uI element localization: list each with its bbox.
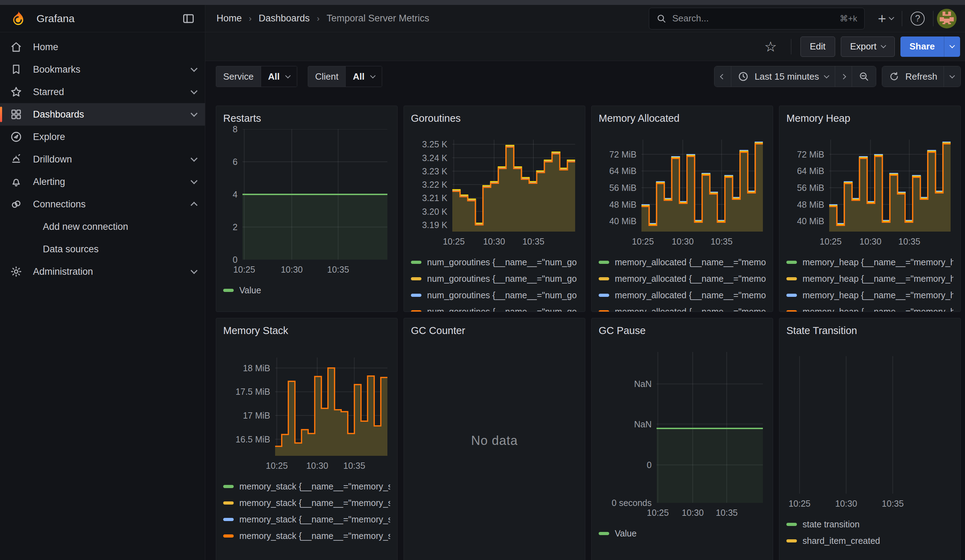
legend-item[interactable]: memory_allocated {__name__="memo xyxy=(599,271,766,287)
clock-icon xyxy=(738,71,749,82)
legend-item[interactable]: memory_heap {__name__="memory_h xyxy=(787,254,954,271)
edit-button[interactable]: Edit xyxy=(800,36,835,57)
legend-item[interactable]: num_goroutines {__name__="num_go xyxy=(411,271,578,287)
legend-item[interactable]: memory_heap {__name__="memory_h xyxy=(787,271,954,287)
help-button[interactable]: ? xyxy=(906,8,929,29)
legend-item[interactable]: num_goroutines {__name__="num_go xyxy=(411,254,578,271)
legend-item[interactable]: memory_allocated {__name__="memo xyxy=(599,304,766,312)
legend-color xyxy=(411,294,422,297)
user-avatar[interactable] xyxy=(937,9,957,28)
sidebar-item-connections[interactable]: Connections xyxy=(0,193,205,216)
legend-item[interactable]: Value xyxy=(599,525,766,542)
legend-item[interactable]: memory_allocated {__name__="memo xyxy=(599,287,766,304)
legend: num_goroutines {__name__="num_gonum_goro… xyxy=(411,254,578,312)
time-range-picker[interactable]: Last 15 minutes xyxy=(731,66,835,87)
legend-item[interactable]: state transition xyxy=(787,516,954,533)
client-filter-value[interactable]: All xyxy=(346,66,381,87)
memory_allocated-chart-svg[interactable] xyxy=(641,140,763,232)
sidebar-item-bookmarks[interactable]: Bookmarks xyxy=(0,58,205,81)
legend-item[interactable]: memory_stack {__name__="memory_s xyxy=(223,528,390,544)
add-menu-button[interactable]: + xyxy=(873,8,898,29)
service-filter[interactable]: Service All xyxy=(216,66,297,87)
sidebar-item-explore[interactable]: Explore xyxy=(0,126,205,148)
sidebar-item-administration[interactable]: Administration xyxy=(0,260,205,283)
plot-area[interactable] xyxy=(242,129,388,260)
x-tick-label: 10:35 xyxy=(327,264,349,275)
panel-title[interactable]: Memory Allocated xyxy=(599,112,766,124)
panel-title[interactable]: State Transition xyxy=(787,325,954,336)
share-dropdown-button[interactable] xyxy=(944,36,960,57)
plot-area[interactable] xyxy=(641,140,763,232)
y-tick-label: 8 xyxy=(233,124,237,134)
memory_heap-chart-svg[interactable] xyxy=(829,140,950,232)
search-input[interactable]: Search... ⌘+k xyxy=(649,8,865,29)
sidebar-item-add-new-connection[interactable]: Add new connection xyxy=(0,216,205,238)
plot-area[interactable] xyxy=(829,140,950,232)
client-filter[interactable]: Client All xyxy=(308,66,382,87)
gc_pause-chart-svg[interactable] xyxy=(657,352,763,503)
share-button[interactable]: Share xyxy=(900,36,944,57)
y-tick-label: 3.22 K xyxy=(422,180,447,190)
y-tick-label: 40 MiB xyxy=(609,216,636,226)
x-axis: 10:2510:3010:35 xyxy=(829,235,950,250)
panel-title[interactable]: Memory Stack xyxy=(223,325,390,336)
time-forward-button[interactable] xyxy=(835,66,852,87)
y-axis: 72 MiB64 MiB56 MiB48 MiB40 MiB xyxy=(787,140,829,232)
legend: memory_heap {__name__="memory_hmemory_he… xyxy=(787,254,954,312)
legend-label: memory_allocated {__name__="memo xyxy=(615,307,766,312)
legend-item[interactable]: num_goroutines {__name__="num_go xyxy=(411,304,578,312)
plot-area[interactable] xyxy=(275,358,388,456)
refresh-interval-button[interactable] xyxy=(944,66,960,87)
y-tick-label: 0 xyxy=(647,460,652,470)
y-axis: 86420 xyxy=(223,129,242,260)
legend-item[interactable]: memory_stack {__name__="memory_s xyxy=(223,511,390,528)
panel-title[interactable]: Memory Heap xyxy=(787,112,954,124)
legend-label: num_goroutines {__name__="num_go xyxy=(427,290,577,300)
dock-sidebar-toggle-icon[interactable] xyxy=(182,12,195,25)
legend-item[interactable]: memory_stack {__name__="memory_s xyxy=(223,495,390,511)
restarts-chart-svg[interactable] xyxy=(242,129,388,260)
memory_stack-chart-svg[interactable] xyxy=(275,358,388,456)
legend-item[interactable]: Value xyxy=(223,282,390,299)
sidebar-item-drilldown[interactable]: Drilldown xyxy=(0,148,205,171)
sidebar-item-data-sources[interactable]: Data sources xyxy=(0,238,205,260)
panel-gc-pause: GC Pause NaNNaN00 seconds 10:2510:3010:3… xyxy=(591,318,773,560)
panel-title[interactable]: Goroutines xyxy=(411,112,578,124)
legend: memory_stack {__name__="memory_smemory_s… xyxy=(223,478,390,544)
breadcrumb-home[interactable]: Home xyxy=(216,13,242,24)
legend-item[interactable]: memory_allocated {__name__="memo xyxy=(599,254,766,271)
sidebar-item-dashboards[interactable]: Dashboards xyxy=(0,103,205,126)
plot-area[interactable] xyxy=(657,352,763,503)
zoom-out-button[interactable] xyxy=(852,66,876,87)
legend-color xyxy=(787,277,797,280)
goroutines-chart-svg[interactable] xyxy=(452,140,575,232)
chevron-down-icon xyxy=(285,73,291,78)
legend-color xyxy=(223,518,234,521)
legend-label: memory_stack {__name__="memory_s xyxy=(239,498,390,508)
favorite-star-button[interactable]: ☆ xyxy=(759,39,782,55)
panel-title[interactable]: Restarts xyxy=(223,112,390,124)
refresh-button[interactable]: Refresh xyxy=(882,66,944,87)
legend-item[interactable]: memory_heap {__name__="memory_h xyxy=(787,304,954,312)
legend-item[interactable]: num_goroutines {__name__="num_go xyxy=(411,287,578,304)
sidebar-item-starred[interactable]: Starred xyxy=(0,81,205,103)
plot-area[interactable] xyxy=(790,356,950,494)
sidebar-item-alerting[interactable]: Alerting xyxy=(0,171,205,193)
y-tick-label: 3.25 K xyxy=(422,139,447,149)
plot-area[interactable] xyxy=(452,140,575,232)
export-button[interactable]: Export xyxy=(841,36,895,57)
x-tick-label: 10:35 xyxy=(343,461,365,471)
y-tick-label: 48 MiB xyxy=(797,199,824,209)
x-axis: 10:2510:3010:35 xyxy=(242,263,388,279)
legend-item[interactable]: memory_heap {__name__="memory_h xyxy=(787,287,954,304)
state_transition-chart-svg[interactable] xyxy=(790,356,950,494)
legend-color xyxy=(411,261,422,264)
panel-title[interactable]: GC Pause xyxy=(599,325,766,336)
plus-icon: + xyxy=(878,11,886,26)
service-filter-value[interactable]: All xyxy=(261,66,297,87)
legend-item[interactable]: memory_stack {__name__="memory_s xyxy=(223,478,390,495)
sidebar-item-home[interactable]: Home xyxy=(0,36,205,58)
legend-item[interactable]: shard_item_created xyxy=(787,533,954,549)
breadcrumb-dashboards[interactable]: Dashboards xyxy=(258,13,310,24)
time-back-button[interactable] xyxy=(715,66,731,87)
